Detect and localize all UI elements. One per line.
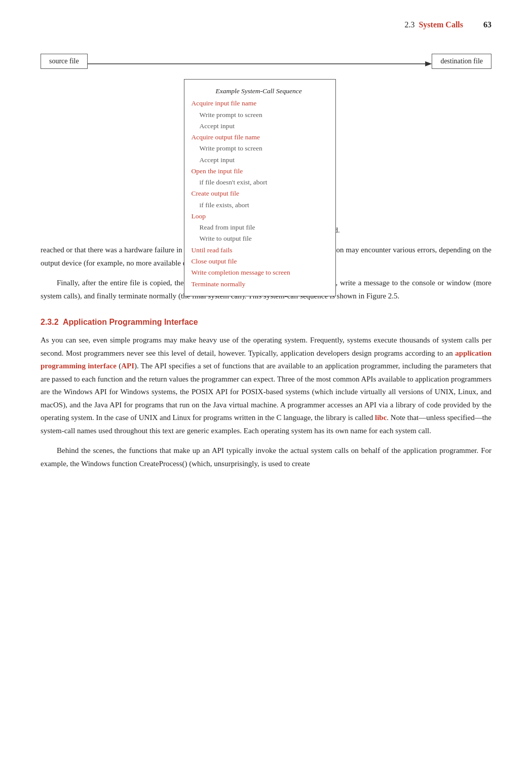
call-line: Acquire output file name: [192, 132, 326, 143]
bp2-text: Behind the scenes, the functions that ma…: [41, 446, 491, 468]
diagram-area: source file Example System-Call Sequence…: [41, 45, 491, 217]
bp1-mid1: (: [117, 362, 121, 370]
libc-link: libc: [375, 413, 387, 422]
page-number: 63: [483, 20, 491, 29]
api-paragraph-2: Behind the scenes, the functions that ma…: [41, 444, 491, 470]
svg-marker-1: [425, 61, 432, 66]
call-line: Until read fails: [192, 245, 326, 256]
call-line: Read from input file: [192, 222, 326, 233]
api-link2: API: [121, 362, 134, 370]
page-header: 2.3 System Calls 63: [41, 20, 491, 29]
section-label: 2.3: [404, 20, 414, 29]
dest-file-box: destination file: [432, 54, 491, 69]
call-line: Write completion message to screen: [192, 267, 326, 278]
bp1-mid2: ). The API specifies a set of functions …: [41, 362, 491, 422]
subsection-title: Application Programming Interface: [63, 318, 198, 326]
call-line: if file doesn't exist, abort: [192, 177, 326, 188]
call-line: if file exists, abort: [192, 200, 326, 211]
call-line: Loop: [192, 211, 326, 222]
call-line: Terminate normally: [192, 279, 326, 290]
call-sequence-box: Example System-Call Sequence Acquire inp…: [184, 79, 336, 296]
call-line: Accept input: [192, 121, 326, 132]
arrow-line: Example System-Call Sequence Acquire inp…: [88, 59, 432, 69]
call-line: Accept input: [192, 155, 326, 166]
call-line: Close output file: [192, 256, 326, 267]
subsection-number: 2.3.2: [41, 318, 59, 326]
api-paragraph-1: As you can see, even simple programs may…: [41, 334, 491, 437]
call-line: Create output file: [192, 188, 326, 199]
bp1-intro: As you can see, even simple programs may…: [41, 336, 491, 357]
call-line: Write prompt to screen: [192, 109, 326, 121]
call-line: Acquire input file name: [192, 98, 326, 109]
arrow-svg: [88, 59, 432, 69]
call-line: Write to output file: [192, 233, 326, 244]
call-lines: Acquire input file nameWrite prompt to s…: [192, 98, 326, 290]
call-box-title: Example System-Call Sequence: [192, 86, 326, 97]
source-file-box: source file: [41, 54, 88, 69]
figure-container: source file Example System-Call Sequence…: [41, 45, 491, 235]
section-title: System Calls: [419, 20, 463, 29]
subsection-heading: 2.3.2 Application Programming Interface: [41, 318, 491, 327]
call-line: Write prompt to screen: [192, 143, 326, 154]
call-line: Open the input file: [192, 166, 326, 177]
